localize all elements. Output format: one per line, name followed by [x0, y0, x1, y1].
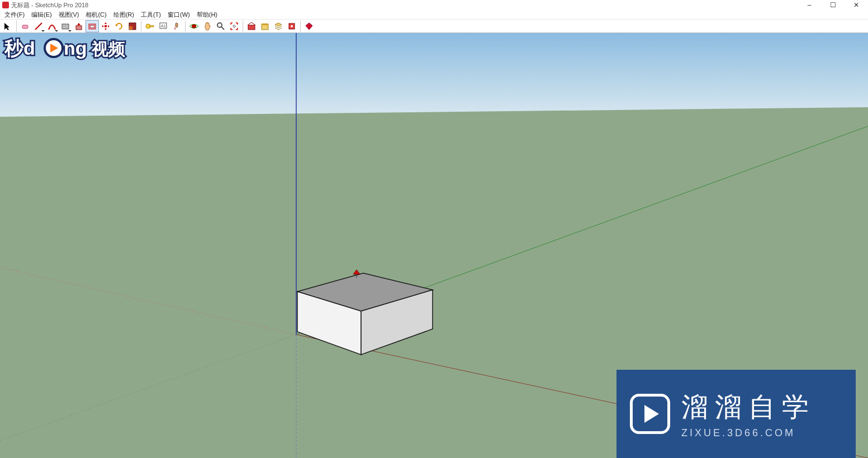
- zoom-tool[interactable]: [214, 20, 227, 32]
- watermark-bottom-right: 溜溜自学 ZIXUE.3D66.COM: [616, 370, 856, 458]
- text-tool[interactable]: A1: [156, 20, 170, 32]
- svg-rect-3: [76, 26, 82, 30]
- menu-bar: 文件(F) 编辑(E) 视图(V) 相机(C) 绘图(R) 工具(T) 窗口(W…: [0, 10, 868, 20]
- shape-tool[interactable]: [59, 20, 72, 32]
- move-tool[interactable]: [99, 20, 112, 32]
- svg-text:A1: A1: [161, 24, 166, 28]
- svg-rect-19: [248, 25, 255, 30]
- svg-rect-0: [22, 25, 28, 28]
- svg-point-18: [233, 25, 235, 27]
- ruby-tool[interactable]: [302, 20, 316, 32]
- pushpull-tool[interactable]: [72, 20, 86, 32]
- toolbar-separator: [243, 21, 243, 32]
- minimize-button[interactable]: –: [798, 0, 821, 10]
- components-tool[interactable]: [258, 20, 272, 32]
- svg-rect-13: [176, 23, 178, 27]
- play-logo-icon: [630, 394, 670, 434]
- toolbar-separator: [300, 21, 301, 32]
- svg-rect-5: [90, 25, 94, 28]
- menu-edit[interactable]: 编辑(E): [28, 10, 55, 20]
- paint-tool[interactable]: [170, 20, 183, 32]
- orbit-tool[interactable]: [187, 20, 201, 32]
- menu-window[interactable]: 窗口(W): [164, 10, 193, 20]
- pan-tool[interactable]: [201, 20, 214, 32]
- menu-view[interactable]: 视图(V): [55, 10, 83, 20]
- svg-line-17: [221, 27, 224, 30]
- offset-tool[interactable]: [86, 20, 99, 32]
- svg-rect-20: [262, 25, 268, 30]
- close-icon: ✕: [853, 1, 859, 9]
- arc-tool[interactable]: [45, 20, 59, 32]
- window-controls: – ☐ ✕: [798, 0, 868, 10]
- toolbar-separator: [141, 21, 141, 32]
- watermark-url: ZIXUE.3D66.COM: [681, 427, 815, 439]
- scale-tool[interactable]: [126, 20, 139, 32]
- menu-help[interactable]: 帮助(H): [193, 10, 221, 20]
- svg-rect-6: [105, 25, 107, 27]
- menu-camera[interactable]: 相机(C): [82, 10, 110, 20]
- menu-draw[interactable]: 绘图(R): [110, 10, 137, 20]
- rotate-tool[interactable]: [112, 20, 126, 32]
- layers-tool[interactable]: [272, 20, 285, 32]
- svg-rect-10: [150, 26, 154, 27]
- maximize-icon: ☐: [830, 1, 836, 9]
- tape-tool[interactable]: [143, 20, 156, 32]
- minimize-icon: –: [808, 1, 812, 9]
- svg-rect-2: [62, 24, 69, 29]
- svg-point-23: [291, 25, 293, 27]
- eraser-tool[interactable]: [18, 20, 32, 32]
- toolbar-separator: [185, 21, 186, 32]
- toolbar-separator: [16, 21, 17, 32]
- menu-tools[interactable]: 工具(T): [137, 10, 164, 20]
- extension-warehouse-tool[interactable]: [285, 20, 298, 32]
- sky-background: [0, 33, 868, 117]
- zoom-extents-tool[interactable]: [227, 20, 241, 32]
- line-tool[interactable]: [32, 20, 45, 32]
- svg-line-1: [35, 23, 42, 30]
- window-title: 无标题 - SketchUp Pro 2018: [11, 1, 88, 9]
- maximize-button[interactable]: ☐: [821, 0, 845, 10]
- menu-file[interactable]: 文件(F): [1, 10, 28, 20]
- warehouse-tool[interactable]: [245, 20, 258, 32]
- svg-point-16: [217, 23, 222, 27]
- watermark-title: 溜溜自学: [681, 389, 815, 425]
- close-button[interactable]: ✕: [845, 0, 868, 10]
- title-bar: 无标题 - SketchUp Pro 2018 – ☐ ✕: [0, 0, 868, 10]
- main-toolbar: A1: [0, 20, 868, 33]
- select-tool[interactable]: [1, 20, 15, 32]
- app-icon: [2, 2, 9, 8]
- svg-rect-21: [262, 23, 268, 25]
- svg-rect-8: [129, 26, 132, 30]
